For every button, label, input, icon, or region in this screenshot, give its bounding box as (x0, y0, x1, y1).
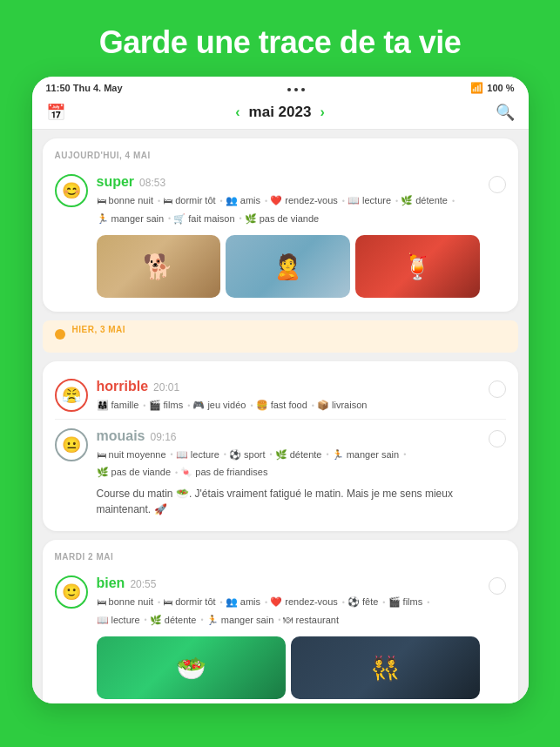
entry-note-mouais: Course du matin 🥗. J'étais vraiment fati… (97, 486, 480, 517)
day-label-tuesday: MARDI 2 MAI (55, 552, 506, 562)
tag: 🎮 jeu vidéo (192, 398, 253, 414)
tag: 🛏 dormir tôt (163, 595, 223, 610)
day-separator-yesterday: HIER, 3 MAI (43, 320, 518, 353)
entry-check-horrible[interactable] (489, 380, 506, 398)
tag: 📖 lecture (176, 448, 226, 463)
mood-emoji-bien: 🙂 (62, 582, 81, 602)
entry-time-mouais: 09:16 (151, 431, 177, 443)
mood-label-horrible: horrible (97, 379, 149, 394)
entry-content-mouais: mouais 09:16 🛏 nuit moyenne 📖 lecture ⚽ … (97, 428, 480, 517)
tag: 🛏 bonne nuit (97, 595, 161, 610)
tag: 🏃 manger sain (97, 212, 172, 227)
status-time: 11:50 Thu 4. May (46, 83, 123, 93)
tag: ❤️ rendez-vous (270, 595, 345, 610)
day-card-yesterday: 😤 horrible 20:01 👨‍👩‍👧 famille 🎬 films 🎮… (43, 361, 518, 531)
calendar-icon[interactable]: 📅 (46, 103, 65, 122)
entry-header-horrible: horrible 20:01 (97, 379, 480, 394)
wifi-icon: 📶 (470, 82, 483, 94)
photo-group[interactable] (291, 636, 480, 699)
dot3 (301, 88, 305, 91)
entry-time-bien: 20:55 (130, 578, 156, 590)
mood-circle-mouais: 😐 (55, 428, 88, 461)
tag: 👨‍👩‍👧 famille (97, 398, 146, 414)
mood-circle-horrible: 😤 (55, 379, 88, 412)
entry-horrible: 😤 horrible 20:01 👨‍👩‍👧 famille 🎬 films 🎮… (55, 374, 506, 419)
tag: 🛏 dormir tôt (163, 193, 223, 209)
tag: 🌿 détente (150, 613, 204, 629)
hero-title: Garde une trace de ta vie (0, 0, 560, 77)
photo-bowl[interactable] (97, 636, 286, 699)
day-card-today: AUJOURD'HUI, 4 MAI 😊 super 08:53 🛏 bonne… (43, 138, 518, 312)
tag: 🛏 nuit moyenne (97, 448, 173, 463)
tag: 📦 livraison (317, 398, 367, 414)
day-header-row-yesterday: HIER, 3 MAI (55, 325, 506, 343)
tags-super: 🛏 bonne nuit 🛏 dormir tôt 👥 amis ❤️ rend… (97, 193, 480, 226)
journal-scroll[interactable]: AUJOURD'HUI, 4 MAI 😊 super 08:53 🛏 bonne… (32, 130, 529, 703)
tag: 📖 lecture (97, 613, 147, 629)
status-right: 📶 100 % (470, 82, 514, 94)
mood-circle-bien: 🙂 (55, 575, 88, 609)
tag: 🛏 bonne nuit (97, 193, 161, 209)
entry-header-bien: bien 20:55 (97, 575, 480, 591)
entry-time-super: 08:53 (139, 177, 165, 189)
day-label-yesterday: HIER, 3 MAI (72, 325, 126, 334)
tag: 🌿 pas de viande (97, 465, 179, 481)
tag: 👥 amis (226, 595, 267, 610)
next-month-button[interactable]: › (320, 104, 324, 120)
entry-time-horrible: 20:01 (153, 381, 179, 394)
mood-label-bien: bien (97, 575, 125, 591)
entry-check-mouais[interactable] (489, 430, 506, 448)
tag: 🌿 détente (401, 193, 455, 209)
day-label-today: AUJOURD'HUI, 4 MAI (55, 151, 506, 160)
current-month: mai 2023 (249, 104, 312, 121)
photos-row-super (97, 235, 480, 298)
photo-person[interactable] (226, 235, 350, 298)
tag: 🍬 pas de friandises (180, 465, 267, 481)
status-dots (287, 85, 305, 91)
tag: ⚽ sport (229, 448, 273, 463)
device-frame: 11:50 Thu 4. May 📶 100 % 📅 ‹ mai 2023 › … (32, 77, 529, 703)
tag: 🏃 manger sain (206, 613, 281, 629)
entry-content-bien: bien 20:55 🛏 bonne nuit 🛏 dormir tôt 👥 a… (97, 575, 480, 699)
mood-emoji-mouais: 😐 (62, 435, 81, 454)
mood-emoji-horrible: 😤 (62, 386, 81, 405)
tag: 🌿 détente (275, 448, 329, 463)
mood-circle-super: 😊 (55, 174, 88, 207)
prev-month-button[interactable]: ‹ (235, 104, 240, 120)
entry-check-bien[interactable] (489, 577, 506, 595)
tag: 🎬 films (149, 398, 191, 414)
tags-mouais: 🛏 nuit moyenne 📖 lecture ⚽ sport 🌿 déten… (97, 448, 480, 481)
month-nav: ‹ mai 2023 › (235, 104, 325, 121)
entry-bien: 🙂 bien 20:55 🛏 bonne nuit 🛏 dormir tôt 👥… (55, 570, 506, 703)
tags-bien: 🛏 bonne nuit 🛏 dormir tôt 👥 amis ❤️ rend… (97, 595, 480, 628)
entry-header-mouais: mouais 09:16 (97, 428, 480, 444)
mood-label-mouais: mouais (97, 428, 145, 444)
search-icon[interactable]: 🔍 (496, 103, 515, 122)
tag: 🍔 fast food (256, 398, 314, 414)
day-card-tuesday: MARDI 2 MAI 🙂 bien 20:55 🛏 bonne nuit 🛏 … (43, 540, 518, 703)
entry-check-super[interactable] (489, 176, 506, 193)
entry-content-super: super 08:53 🛏 bonne nuit 🛏 dormir tôt 👥 … (97, 174, 480, 298)
status-bar: 11:50 Thu 4. May 📶 100 % (32, 77, 529, 98)
tag: 🛒 fait maison (173, 212, 241, 227)
tag: 🎬 films (388, 595, 430, 610)
entry-content-horrible: horrible 20:01 👨‍👩‍👧 famille 🎬 films 🎮 j… (97, 379, 480, 414)
tag: ⚽ fête (347, 595, 386, 610)
tags-horrible: 👨‍👩‍👧 famille 🎬 films 🎮 jeu vidéo 🍔 fast… (97, 398, 480, 414)
photo-dog[interactable] (97, 235, 221, 298)
entry-super: 😊 super 08:53 🛏 bonne nuit 🛏 dormir tôt … (55, 169, 506, 303)
day-dot-yesterday (55, 329, 65, 340)
tag: 🍽 restaurant (283, 613, 339, 629)
mood-label-super: super (97, 174, 135, 190)
entry-mouais: 😐 mouais 09:16 🛏 nuit moyenne 📖 lecture … (55, 419, 506, 522)
dot1 (287, 88, 291, 91)
tag: 🏃 manger sain (332, 448, 407, 463)
photos-row-bien (97, 636, 480, 699)
entry-header-super: super 08:53 (97, 174, 480, 190)
tag: ❤️ rendez-vous (270, 193, 345, 209)
tag: 📖 lecture (347, 193, 398, 209)
mood-emoji-super: 😊 (62, 181, 81, 200)
nav-bar: 📅 ‹ mai 2023 › 🔍 (32, 98, 529, 130)
photo-drink[interactable] (355, 235, 480, 298)
battery-text: 100 % (487, 83, 514, 93)
